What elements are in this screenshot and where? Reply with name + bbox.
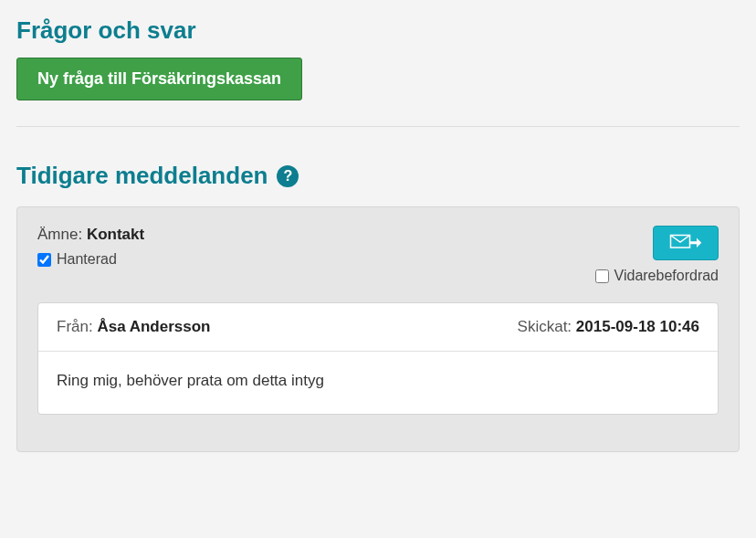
message-body: Ring mig, behöver prata om detta intyg bbox=[38, 352, 718, 414]
forwarded-checkbox[interactable] bbox=[595, 269, 609, 283]
panel-left: Ämne: Kontakt Hanterad bbox=[37, 226, 144, 268]
message-from: Från: Åsa Andersson bbox=[57, 318, 211, 336]
subject-value: Kontakt bbox=[87, 226, 144, 243]
forward-button[interactable] bbox=[653, 226, 719, 260]
previous-messages-title: Tidigare meddelanden bbox=[16, 162, 268, 190]
panel-top-row: Ämne: Kontakt Hanterad Vida bbox=[37, 226, 719, 284]
forwarded-checkbox-row[interactable]: Vidarebefordrad bbox=[595, 268, 719, 284]
help-icon[interactable]: ? bbox=[277, 165, 299, 187]
message-card: Från: Åsa Andersson Skickat: 2015-09-18 … bbox=[37, 302, 719, 415]
message-header: Från: Åsa Andersson Skickat: 2015-09-18 … bbox=[38, 303, 718, 352]
subject-row: Ämne: Kontakt bbox=[37, 226, 144, 244]
forward-mail-icon bbox=[669, 232, 702, 255]
handled-label: Hanterad bbox=[57, 251, 117, 268]
previous-messages-header: Tidigare meddelanden ? bbox=[16, 162, 740, 190]
from-label: Från: bbox=[57, 318, 93, 335]
new-question-button[interactable]: Ny fråga till Försäkringskassan bbox=[16, 58, 302, 100]
handled-checkbox-row[interactable]: Hanterad bbox=[37, 251, 144, 268]
message-sent: Skickat: 2015-09-18 10:46 bbox=[518, 318, 699, 336]
message-panel: Ämne: Kontakt Hanterad Vida bbox=[16, 206, 740, 452]
panel-right: Vidarebefordrad bbox=[595, 226, 719, 284]
forwarded-label: Vidarebefordrad bbox=[614, 268, 719, 284]
page-title: Frågor och svar bbox=[16, 16, 740, 45]
sent-label: Skickat: bbox=[518, 318, 572, 335]
subject-label: Ämne: bbox=[37, 226, 82, 243]
handled-checkbox[interactable] bbox=[37, 253, 51, 267]
divider bbox=[16, 126, 740, 127]
from-name: Åsa Andersson bbox=[97, 318, 210, 335]
sent-value: 2015-09-18 10:46 bbox=[576, 318, 699, 335]
